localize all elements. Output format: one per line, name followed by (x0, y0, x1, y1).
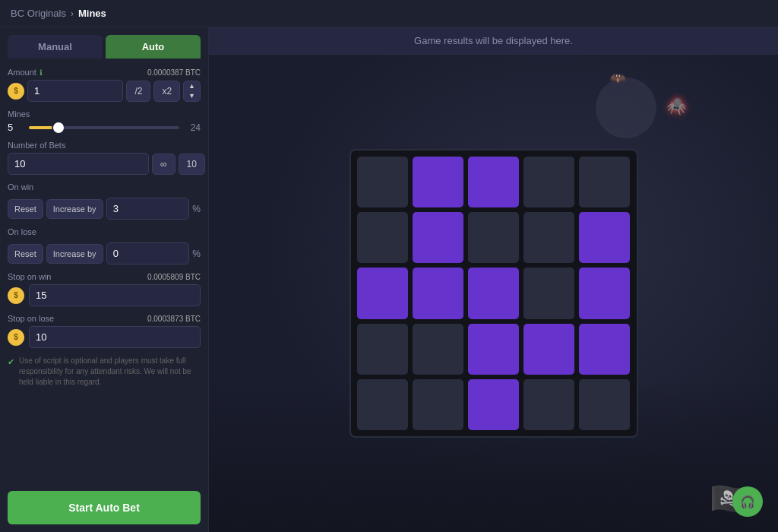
mines-section: Mines 5 24 (8, 109, 201, 133)
support-button[interactable]: 🎧 (732, 486, 763, 517)
tab-auto[interactable]: Auto (106, 35, 201, 59)
mine-cell[interactable] (468, 212, 519, 263)
mine-cell[interactable] (357, 212, 408, 263)
page-title: Mines (78, 8, 106, 19)
amount-input[interactable] (27, 80, 123, 102)
stop-win-row: $ (8, 284, 201, 306)
mine-cell[interactable] (357, 379, 408, 430)
on-lose-input[interactable] (106, 242, 190, 264)
headphone-icon: 🎧 (740, 495, 755, 509)
mines-row: 5 24 (8, 122, 201, 133)
on-lose-increase-button[interactable]: Increase by (46, 244, 103, 264)
bets-10-button[interactable]: 10 (179, 154, 205, 175)
stop-lose-btc: 0.0003873 BTC (147, 315, 201, 323)
amount-label: Amount ℹ (8, 68, 43, 77)
stop-win-section: Stop on win 0.0005809 BTC $ (8, 272, 201, 306)
game-scene: 🦇 🕷️ 🏴‍☠️ (209, 55, 778, 532)
bets-section: Number of Bets ∞ 10 100 (8, 141, 201, 175)
mine-cell[interactable] (413, 324, 463, 375)
stop-win-btc: 0.0005809 BTC (147, 273, 201, 281)
on-win-pct: % (192, 204, 201, 214)
on-lose-row: Reset Increase by % (8, 242, 201, 264)
start-auto-bet-button[interactable]: Start Auto Bet (8, 491, 201, 524)
mine-cell[interactable] (523, 268, 574, 318)
sidebar: Manual Auto Amount ℹ 0.0000387 BTC $ /2 … (0, 27, 209, 532)
stop-win-coin-icon: $ (8, 287, 24, 304)
stop-win-label: Stop on win (8, 272, 51, 281)
amount-up-arrow[interactable]: ▲ (184, 81, 200, 91)
on-lose-label: On lose (8, 227, 201, 236)
stop-lose-row: $ (8, 326, 201, 348)
amount-down-arrow[interactable]: ▼ (184, 91, 200, 101)
mine-cell[interactable] (413, 157, 463, 207)
on-win-increase-button[interactable]: Increase by (46, 199, 103, 219)
bets-input[interactable] (8, 153, 149, 175)
mine-cell[interactable] (523, 157, 574, 207)
mine-cell[interactable] (468, 157, 519, 207)
on-lose-reset-button[interactable]: Reset (8, 244, 43, 264)
stop-win-input[interactable] (29, 284, 201, 306)
stop-lose-section: Stop on lose 0.0003873 BTC $ (8, 314, 201, 348)
mines-max: 24 (185, 122, 201, 133)
bets-row: ∞ 10 100 (8, 153, 201, 175)
on-win-section: On win Reset Increase by % (8, 182, 201, 220)
mines-grid (349, 149, 638, 438)
mine-cell[interactable] (579, 324, 630, 375)
on-win-input[interactable] (106, 198, 190, 220)
mines-value: 5 (8, 122, 23, 133)
main-layout: Manual Auto Amount ℹ 0.0000387 BTC $ /2 … (0, 27, 778, 532)
game-area: Game results will be displayed here. 🦇 🕷… (209, 27, 778, 532)
disclaimer-icon: ✔ (8, 356, 14, 368)
mine-cell[interactable] (523, 324, 574, 375)
bets-label: Number of Bets (8, 141, 201, 150)
mines-slider[interactable] (29, 126, 179, 129)
mine-cell[interactable] (413, 268, 463, 318)
stop-lose-label: Stop on lose (8, 314, 54, 323)
spider-decoration: 🕷️ (666, 97, 687, 116)
sidebar-content: Amount ℹ 0.0000387 BTC $ /2 x2 ▲ ▼ (0, 59, 208, 491)
amount-btc: 0.0000387 BTC (147, 68, 201, 77)
mine-cell[interactable] (468, 324, 519, 375)
mine-cell[interactable] (357, 157, 408, 207)
mine-cell[interactable] (413, 379, 463, 430)
mine-cell[interactable] (579, 268, 630, 318)
game-result-text: Game results will be displayed here. (414, 35, 573, 46)
stop-lose-input[interactable] (29, 326, 201, 348)
game-result-bar: Game results will be displayed here. (209, 27, 778, 55)
mine-cell[interactable] (413, 212, 463, 263)
mine-cell[interactable] (357, 268, 408, 318)
half-button[interactable]: /2 (126, 81, 150, 102)
mine-cell[interactable] (523, 212, 574, 263)
breadcrumb-chevron: › (71, 8, 74, 19)
on-lose-pct: % (192, 249, 201, 259)
coin-icon: $ (8, 83, 24, 100)
on-lose-section: On lose Reset Increase by % (8, 227, 201, 264)
on-win-row: Reset Increase by % (8, 198, 201, 220)
mine-cell[interactable] (523, 379, 574, 430)
moon-decoration (596, 78, 656, 138)
mine-cell[interactable] (579, 157, 630, 207)
bat-decoration: 🦇 (609, 70, 626, 87)
tab-manual[interactable]: Manual (8, 35, 103, 59)
amount-row: $ /2 x2 ▲ ▼ (8, 80, 201, 102)
header: BC Originals › Mines (0, 0, 778, 27)
mines-label: Mines (8, 109, 201, 119)
brand-link[interactable]: BC Originals (11, 8, 66, 19)
on-win-reset-button[interactable]: Reset (8, 199, 43, 219)
mine-cell[interactable] (468, 379, 519, 430)
disclaimer: ✔ Use of script is optional and players … (8, 356, 201, 388)
amount-arrows: ▲ ▼ (183, 81, 201, 102)
amount-section: Amount ℹ 0.0000387 BTC $ /2 x2 ▲ ▼ (8, 68, 201, 102)
tab-bar: Manual Auto (0, 27, 208, 59)
mine-cell[interactable] (579, 212, 630, 263)
mine-cell[interactable] (357, 324, 408, 375)
disclaimer-text: Use of script is optional and players mu… (19, 356, 201, 388)
mine-cell[interactable] (468, 268, 519, 318)
infinity-button[interactable]: ∞ (152, 154, 176, 175)
mine-cell[interactable] (579, 379, 630, 430)
on-win-label: On win (8, 182, 201, 192)
stop-lose-coin-icon: $ (8, 329, 24, 346)
double-button[interactable]: x2 (153, 81, 180, 102)
